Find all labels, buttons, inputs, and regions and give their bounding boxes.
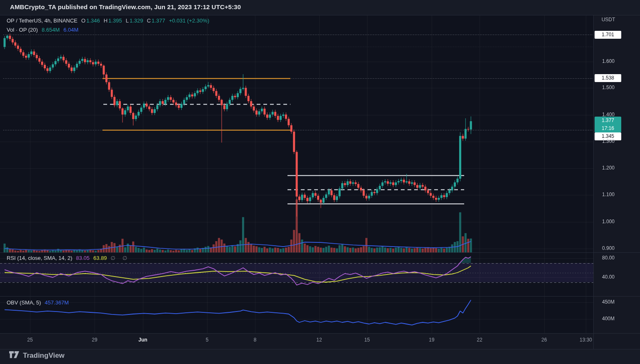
current-price-value: 1.377 [595,117,621,125]
rsi-sma-value: 63.89 [93,255,107,261]
time-axis-label: 15 [354,337,380,343]
main-chart-canvas[interactable] [0,0,640,364]
ohlc-open-value: 1.346 [86,17,100,24]
time-axis-label: Jun [130,337,156,343]
volume-ma-value: 6.04M [63,27,78,33]
time-axis-label: 22 [466,337,493,343]
rsi-legend[interactable]: RSI (14, close, SMA, 14, 2) 83.05 63.89 … [7,255,130,261]
bar-countdown: 17:16 [595,125,621,132]
symbol-legend[interactable]: OP / TetherUS, 4h, BINANCE O1.346 H1.395… [7,17,209,24]
time-axis-label: 12 [306,337,332,343]
price-axis-label: 1.500 [593,85,623,90]
price-axis-label: 0.900 [593,245,623,251]
obv-axis-label: 450M [593,299,623,305]
ohlc-close: C1.377 [147,17,165,24]
time-axis-label: 8 [242,337,268,343]
time-axis-label: 26 [531,337,558,343]
current-price-badge: 1.377 17:16 [595,117,621,132]
ohlc-low-value: 1.329 [130,17,143,24]
obv-axis-label: 400M [593,316,623,322]
rsi-legend-label: RSI (14, close, SMA, 14, 2) [7,255,72,261]
volume-legend-label: Vol · OP (20) [7,27,38,33]
obv-value: 457.367M [45,299,69,306]
tradingview-published-chart: { "header": { "attribution": "AMBCrypto_… [0,0,640,364]
rsi-empty-value-2: ∅ [122,255,130,261]
attribution-text: AMBCrypto_TA published on TradingView.co… [10,3,241,10]
symbol-title: OP / TetherUS, 4h, BINANCE [7,17,78,24]
price-axis-label: 1.000 [593,219,623,224]
ohlc-open: O1.346 [81,17,100,24]
rsi-axis-label: 40.00 [593,274,623,280]
rsi-empty-value-1: ∅ [111,255,119,261]
time-axis-label: 5 [194,337,220,343]
ohlc-close-value: 1.377 [152,17,165,24]
price-axis-label: 1.200 [593,165,623,171]
volume-value: 8.654M [42,27,60,33]
tradingview-logo-icon [9,351,19,360]
price-axis-label: 1.400 [593,112,623,117]
ohlc-high: H1.395 [104,17,122,24]
price-axis-label: 1.600 [593,58,623,64]
price-axis-label: 1.300 [593,138,623,144]
price-axis-currency: USDT [593,17,623,22]
change-value: +0.031 (+2.30%) [169,17,209,24]
tradingview-brand-label: TradingView [23,352,65,360]
time-axis-label: 19 [418,337,445,343]
ohlc-low: L1.329 [126,17,143,24]
time-axis-label: 13:30 [572,337,599,343]
rsi-value: 83.05 [76,255,90,261]
time-axis-label: 29 [81,337,108,343]
time-axis-label: 25 [17,337,43,343]
rsi-axis-label: 80.00 [593,255,623,261]
tradingview-brand[interactable]: TradingView [9,351,65,360]
price-badge-1538: 1.538 [595,74,621,82]
volume-legend[interactable]: Vol · OP (20) 8.654M 6.04M [7,27,78,33]
price-axis-label: 1.100 [593,192,623,197]
ohlc-high-value: 1.395 [108,17,122,24]
obv-legend[interactable]: OBV (SMA, 5) 457.367M [7,299,69,306]
price-badge-1701: 1.701 [595,31,621,39]
obv-legend-label: OBV (SMA, 5) [7,299,41,306]
